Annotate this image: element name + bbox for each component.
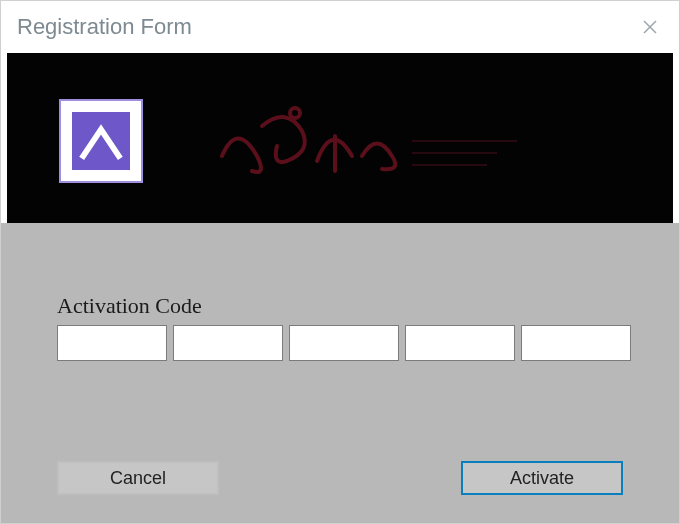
app-logo-icon [61, 101, 141, 181]
svg-point-2 [290, 108, 300, 118]
activation-code-input-3[interactable] [289, 325, 399, 361]
cancel-button[interactable]: Cancel [57, 461, 219, 495]
activate-button[interactable]: Activate [461, 461, 623, 495]
window-title: Registration Form [17, 14, 192, 40]
activation-code-input-2[interactable] [173, 325, 283, 361]
activation-code-input-1[interactable] [57, 325, 167, 361]
banner [1, 53, 679, 223]
close-icon[interactable] [639, 16, 661, 38]
brand-script-icon [217, 101, 527, 191]
form-area: Activation Code Cancel Activate [1, 223, 679, 523]
registration-window: Registration Form [0, 0, 680, 524]
titlebar: Registration Form [1, 1, 679, 53]
activation-code-group [57, 325, 623, 361]
button-row: Cancel Activate [57, 441, 623, 495]
activation-code-input-4[interactable] [405, 325, 515, 361]
activation-code-input-5[interactable] [521, 325, 631, 361]
activation-code-label: Activation Code [57, 293, 623, 319]
